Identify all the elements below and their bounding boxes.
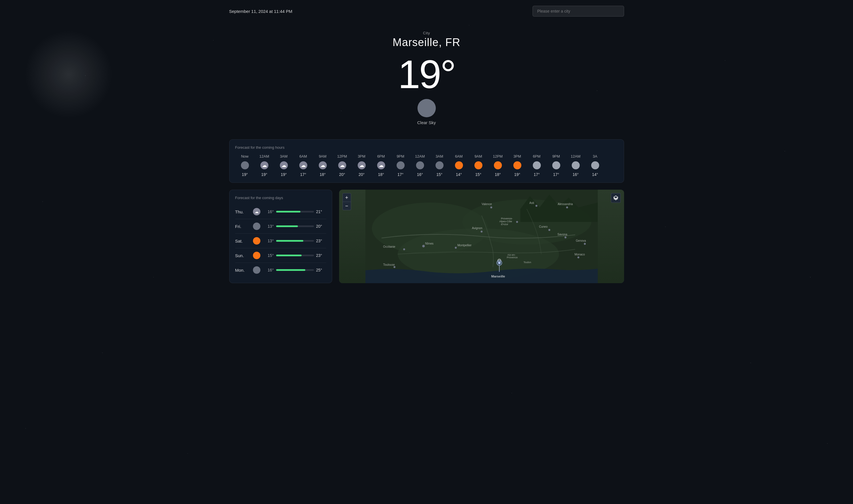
svg-text:Asti: Asti xyxy=(529,201,534,204)
hour-icon xyxy=(261,161,268,169)
svg-point-19 xyxy=(548,229,550,231)
hour-icon xyxy=(591,161,599,169)
day-high-temp: 23° xyxy=(316,238,326,243)
hour-label: 3PM xyxy=(513,154,521,159)
day-temp-range: 13°23° xyxy=(264,238,326,243)
main-weather-display: City Marseille, FR 19° Clear Sky xyxy=(229,22,624,139)
condition-label: Clear Sky xyxy=(229,120,624,125)
temp-bar xyxy=(276,240,303,242)
hourly-item: 6PM18° xyxy=(371,154,391,177)
hour-icon xyxy=(319,161,327,169)
hour-temp: 17° xyxy=(397,172,404,177)
hour-label: 9AM xyxy=(475,154,482,159)
day-weather-icon xyxy=(253,252,261,259)
hour-label: 6AM xyxy=(299,154,307,159)
temp-bar xyxy=(276,211,301,213)
svg-point-38 xyxy=(498,262,500,264)
temp-bar-wrapper xyxy=(276,211,314,213)
hourly-item: 9PM17° xyxy=(547,154,566,177)
layers-icon xyxy=(613,195,618,200)
hour-temp: 19° xyxy=(261,172,267,177)
hour-temp: 14° xyxy=(456,172,462,177)
daily-forecast-row: Thu.☁16°21° xyxy=(235,204,326,219)
hour-temp: 19° xyxy=(281,172,287,177)
hour-icon xyxy=(280,161,288,169)
hourly-item: 12PM20° xyxy=(333,154,352,177)
daily-forecast-row: Sun.15°23° xyxy=(235,248,326,263)
svg-text:Alpes-Côte: Alpes-Côte xyxy=(499,220,512,223)
day-name: Fri. xyxy=(235,224,250,229)
hour-icon xyxy=(436,161,444,169)
hour-label: Now xyxy=(241,154,248,159)
daily-forecast-list: Thu.☁16°21°Fri.13°20°Sat.13°23°Sun.15°23… xyxy=(235,204,326,277)
svg-text:Nîmes: Nîmes xyxy=(425,242,433,245)
temp-bar xyxy=(276,226,298,227)
hour-temp: 14° xyxy=(592,172,598,177)
hourly-item: 3AM15° xyxy=(430,154,449,177)
temp-bar-wrapper xyxy=(276,240,314,242)
hourly-item: 12AM19° xyxy=(255,154,274,177)
day-low-temp: 13° xyxy=(264,238,274,243)
svg-text:Monaco: Monaco xyxy=(574,253,585,256)
city-label: City xyxy=(229,31,624,35)
hour-label: 6PM xyxy=(377,154,385,159)
map-zoom-controls[interactable]: + − xyxy=(342,193,351,210)
day-temp-range: 16°21° xyxy=(264,210,326,214)
svg-point-21 xyxy=(564,237,566,238)
svg-point-13 xyxy=(480,231,482,233)
svg-text:Provence-: Provence- xyxy=(501,217,513,220)
temp-bar-wrapper xyxy=(276,226,314,227)
daily-forecast-row: Fri.13°20° xyxy=(235,219,326,234)
svg-point-25 xyxy=(577,256,579,258)
hour-icon xyxy=(299,161,307,169)
hourly-item: 9AM15° xyxy=(469,154,488,177)
daily-forecast-row: Mon.16°25° xyxy=(235,263,326,277)
hour-label: 12AM xyxy=(415,154,425,159)
hourly-item: 3PM19° xyxy=(508,154,527,177)
day-weather-icon xyxy=(253,266,261,274)
svg-text:Genova: Genova xyxy=(576,239,586,242)
hour-temp: 15° xyxy=(475,172,481,177)
hour-temp: 17° xyxy=(553,172,559,177)
hour-label: 3PM xyxy=(358,154,366,159)
hour-label: 12PM xyxy=(337,154,347,159)
hour-icon xyxy=(358,161,366,169)
hour-icon xyxy=(475,161,482,169)
hourly-item: 3A14° xyxy=(585,154,605,177)
hourly-item: 9PM17° xyxy=(391,154,410,177)
svg-text:Provence: Provence xyxy=(507,256,517,259)
hourly-item: 6PM17° xyxy=(527,154,547,177)
map-zoom-in-button[interactable]: + xyxy=(342,193,351,202)
hourly-forecast-list: Now19°12AM19°3AM19°6AM17°9AM18°12PM20°3P… xyxy=(235,154,618,177)
svg-point-31 xyxy=(566,206,568,209)
svg-point-23 xyxy=(584,243,586,245)
current-temperature: 19° xyxy=(229,54,624,94)
daily-forecast-card: Forecast for the coming days Thu.☁16°21°… xyxy=(229,190,332,283)
city-search-input[interactable] xyxy=(533,6,624,17)
daily-forecast-label: Forecast for the coming days xyxy=(235,196,326,200)
map-zoom-out-button[interactable]: − xyxy=(342,202,351,210)
hour-temp: 20° xyxy=(339,172,345,177)
hourly-item: Now19° xyxy=(235,154,255,177)
bottom-section: Forecast for the coming days Thu.☁16°21°… xyxy=(229,190,624,283)
hour-icon xyxy=(377,161,385,169)
hourly-item: 6AM17° xyxy=(294,154,313,177)
hour-temp: 18° xyxy=(378,172,384,177)
hour-temp: 19° xyxy=(242,172,248,177)
hour-temp: 16° xyxy=(573,172,579,177)
weather-condition-icon xyxy=(417,99,436,117)
day-high-temp: 21° xyxy=(316,210,326,214)
hour-label: 9PM xyxy=(396,154,404,159)
hour-label: 6PM xyxy=(533,154,540,159)
map-layers-button[interactable] xyxy=(611,193,621,203)
hour-label: 12PM xyxy=(493,154,503,159)
svg-text:Toulon: Toulon xyxy=(523,261,531,264)
svg-point-9 xyxy=(403,248,405,250)
svg-point-15 xyxy=(516,221,518,223)
day-name: Sat. xyxy=(235,238,250,244)
hourly-item: 12AM16° xyxy=(410,154,430,177)
day-temp-range: 13°20° xyxy=(264,224,326,229)
hour-temp: 17° xyxy=(300,172,306,177)
day-high-temp: 20° xyxy=(316,224,326,229)
svg-text:Toulouse: Toulouse xyxy=(383,263,395,266)
